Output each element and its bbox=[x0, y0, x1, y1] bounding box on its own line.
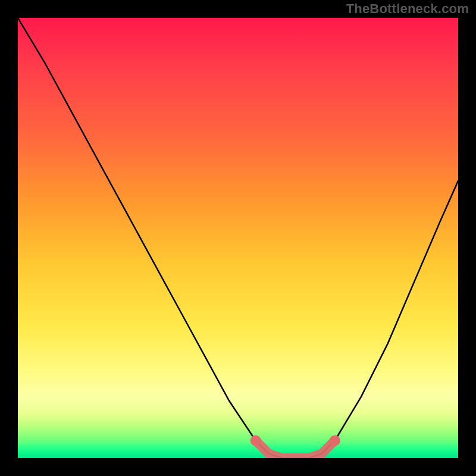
highlight-band bbox=[256, 440, 335, 458]
bottleneck-curve bbox=[18, 18, 458, 458]
plot-area bbox=[18, 18, 458, 458]
highlight-dot-left bbox=[250, 435, 261, 446]
highlight-dot-right bbox=[330, 435, 340, 446]
chart-frame: TheBottleneck.com bbox=[0, 0, 476, 476]
curve-layer bbox=[18, 18, 458, 458]
watermark-text: TheBottleneck.com bbox=[346, 1, 469, 17]
